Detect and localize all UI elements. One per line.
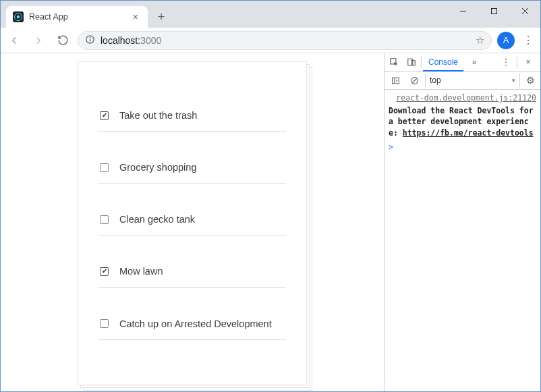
console-output[interactable]: react-dom.development.js:21120 Download … (385, 90, 540, 391)
todo-label: Clean gecko tank (119, 213, 195, 225)
todo-card: Take out the trashGrocery shoppingClean … (78, 61, 307, 385)
address-bar[interactable]: localhost:3000 ☆ (78, 31, 492, 50)
todo-item: Mow lawn (98, 257, 286, 287)
window-titlebar: React App × + (1, 1, 540, 28)
svg-rect-8 (408, 59, 413, 65)
avatar-letter: A (503, 35, 509, 45)
devtools-more-tabs-icon[interactable]: » (466, 54, 482, 70)
browser-toolbar: localhost:3000 ☆ A ⋮ (1, 28, 540, 53)
window-controls (447, 1, 540, 28)
todo-checkbox[interactable] (100, 319, 109, 328)
console-sidebar-toggle-icon[interactable] (387, 72, 403, 88)
devtools-tab-console[interactable]: Console (423, 53, 463, 72)
console-context-label: top (430, 76, 441, 85)
console-message-link[interactable]: https://fb.me/react-devtools (403, 128, 534, 138)
devtools-tabbar: Console » ⋮ × (385, 53, 540, 72)
devtools-console-toolbar: top ⚙ (385, 72, 540, 90)
svg-rect-9 (411, 61, 415, 65)
todo-card-stack: Take out the trashGrocery shoppingClean … (78, 61, 307, 385)
devtools-menu-icon[interactable]: ⋮ (498, 54, 514, 70)
minimize-button[interactable] (447, 1, 478, 21)
close-tab-icon[interactable]: × (130, 11, 141, 22)
clear-console-icon[interactable] (406, 72, 422, 88)
console-source-link[interactable]: react-dom.development.js:21120 (389, 92, 536, 104)
todo-checkbox[interactable] (100, 267, 109, 276)
svg-rect-1 (491, 8, 496, 13)
browser-tab[interactable]: React App × (6, 6, 148, 28)
todo-item: Take out the trash (98, 101, 286, 132)
console-message: Download the React DevTools for a better… (389, 105, 536, 139)
close-window-button[interactable] (509, 1, 540, 21)
site-info-icon[interactable] (85, 34, 95, 47)
profile-avatar[interactable]: A (497, 32, 515, 49)
svg-rect-10 (392, 78, 399, 84)
tab-title: React App (29, 12, 125, 22)
separator (421, 57, 422, 67)
bookmark-star-icon[interactable]: ☆ (476, 34, 484, 47)
url-text: localhost:3000 (101, 35, 161, 46)
svg-line-13 (412, 78, 417, 83)
todo-checkbox[interactable] (100, 111, 109, 120)
todo-label: Take out the trash (119, 109, 197, 121)
todo-label: Grocery shopping (119, 161, 196, 173)
svg-point-6 (90, 37, 90, 38)
reload-button[interactable] (53, 31, 72, 50)
todo-item: Catch up on Arrested Development (98, 310, 286, 340)
inspect-element-icon[interactable] (386, 54, 402, 70)
browser-menu-icon[interactable]: ⋮ (520, 34, 536, 47)
content-row: Take out the trashGrocery shoppingClean … (1, 53, 540, 391)
page-viewport: Take out the trashGrocery shoppingClean … (1, 53, 384, 391)
devtools-tab-label: Console (428, 57, 458, 67)
devtools-panel: Console » ⋮ × top ⚙ react-dom.developmen… (384, 53, 540, 391)
console-context-selector[interactable]: top (425, 74, 520, 87)
react-favicon (13, 11, 24, 22)
todo-item: Clean gecko tank (98, 205, 286, 235)
device-toolbar-icon[interactable] (403, 54, 420, 70)
console-prompt[interactable]: > (389, 142, 536, 153)
separator (517, 57, 517, 67)
maximize-button[interactable] (478, 1, 509, 21)
todo-item: Grocery shopping (98, 153, 286, 184)
console-settings-icon[interactable]: ⚙ (523, 75, 538, 86)
todo-checkbox[interactable] (100, 215, 109, 224)
forward-button[interactable] (29, 31, 48, 50)
back-button[interactable] (5, 31, 24, 50)
devtools-close-icon[interactable]: × (520, 54, 536, 70)
todo-checkbox[interactable] (100, 163, 109, 172)
todo-label: Catch up on Arrested Development (119, 318, 272, 330)
new-tab-button[interactable]: + (152, 7, 171, 26)
todo-label: Mow lawn (119, 265, 163, 277)
